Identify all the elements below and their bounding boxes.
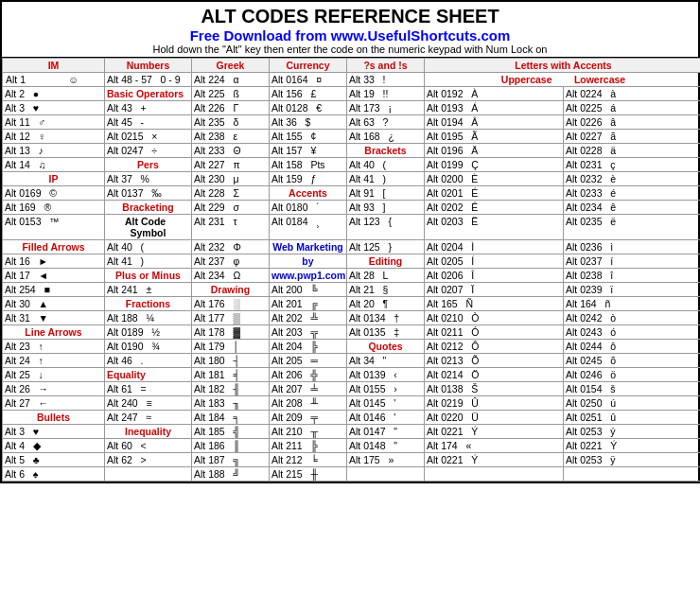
quote-r5: Alt 0146 ' — [347, 411, 425, 425]
lower-r6: Alt 0231 ç — [564, 158, 701, 172]
lower-r27 — [564, 467, 701, 482]
quote-r8: Alt 175 » — [347, 453, 425, 467]
qs-curl2: Alt 125 } — [347, 240, 425, 254]
greek-r3: Alt 226 Γ — [192, 101, 270, 115]
lower-r19: Alt 0245 õ — [564, 354, 701, 368]
quote-r7: Alt 0148 " — [347, 439, 425, 453]
larrow-r2: Alt 24 ↑ — [3, 354, 105, 368]
col-questions: ?s and !s — [347, 59, 425, 73]
upper-r14: Alt 0207 Ï — [425, 283, 564, 297]
num-r1: Alt 48 - 57 0 - 9 — [105, 73, 192, 87]
col-im: IM — [3, 59, 105, 73]
lower-r2: Alt 0225 á — [564, 101, 701, 115]
altcode-sym-hdr: Alt Code Symbol — [105, 215, 192, 240]
curr-r4: Alt 36 $ — [270, 115, 347, 130]
lower-r10: Alt 0235 ë — [564, 215, 701, 240]
ineq-r1: Alt 60 < — [105, 439, 192, 453]
upper-r15: Alt 165 Ñ — [425, 297, 564, 311]
accents-label: Accents — [270, 186, 347, 201]
upper-r1: Alt 0192 À — [425, 87, 564, 101]
upper-r6: Alt 0199 Ç — [425, 158, 564, 172]
letters-header-row: Uppercase Lowercase — [425, 73, 701, 87]
im-r6: Alt 13 ♪ — [3, 144, 105, 158]
upper-r17: Alt 0211 Ó — [425, 325, 564, 340]
col-numbers: Numbers — [105, 59, 192, 73]
greek-r8: Alt 230 μ — [192, 172, 270, 186]
lower-r7: Alt 0232 è — [564, 172, 701, 186]
eq-r2: Alt 240 ≡ — [105, 396, 192, 411]
greek-r13: Alt 237 φ — [192, 254, 270, 269]
draw-row11a: Alt 186 ║ — [192, 439, 270, 453]
qs-curl1: Alt 123 { — [347, 215, 425, 240]
upper-r21: Alt 0138 Š — [425, 382, 564, 396]
quote-r3: Alt 0155 › — [347, 382, 425, 396]
num-perm: Alt 0137 ‰ — [105, 186, 192, 201]
im-r1: Alt 1 ☺ — [3, 73, 105, 87]
farrow-r4: Alt 30 ▲ — [3, 297, 105, 311]
lower-r14: Alt 0239 ï — [564, 283, 701, 297]
quotes-label: Quotes — [347, 340, 425, 354]
upper-r23: Alt 0220 Ü — [425, 411, 564, 425]
draw-r13: Alt 212 ╘ — [270, 453, 347, 467]
subtitle: Free Download from www.UsefulShortcuts.c… — [4, 27, 696, 44]
im-r7: Alt 14 ♫ — [3, 158, 105, 172]
editing-r4: Alt 0134 † — [347, 311, 425, 325]
bullets-label: Bullets — [3, 411, 105, 425]
upper-r8: Alt 0201 É — [425, 186, 564, 201]
eq-r3: Alt 247 ≈ — [105, 411, 192, 425]
frac-r2: Alt 0189 ½ — [105, 325, 192, 340]
draw-r5: Alt 204 ╠ — [270, 340, 347, 354]
line-arrows-label: Line Arrows — [3, 325, 105, 340]
curr-r3: Alt 0128 € — [270, 101, 347, 115]
greek-r12: Alt 232 Φ — [192, 240, 270, 254]
page: ALT CODES REFERENCE SHEET Free Download … — [0, 0, 700, 483]
curr-r7: Alt 158 Pts — [270, 158, 347, 172]
upper-r16: Alt 0210 Ò — [425, 311, 564, 325]
instruction: Hold down the "Alt" key then enter the c… — [4, 44, 696, 55]
editing-r5: Alt 0135 ‡ — [347, 325, 425, 340]
draw-row1a: Alt 176 ░ — [192, 297, 270, 311]
draw-r12: Alt 211 ╠ — [270, 439, 347, 453]
curr-r1: Alt 0164 ¤ — [270, 73, 347, 87]
basic-ops-label: Basic Operators — [107, 88, 184, 99]
greek-r1: Alt 224 α — [192, 73, 270, 87]
lower-r25: Alt 0221 Ý — [564, 439, 701, 453]
pers-label: Pers — [105, 158, 192, 172]
frac-r1: Alt 188 ¼ — [105, 311, 192, 325]
num-r4: Alt 45 - — [105, 115, 192, 130]
num-r6: Alt 0247 ÷ — [105, 144, 192, 158]
upper-r5: Alt 0196 Ä — [425, 144, 564, 158]
draw-row2a: Alt 177 ▒ — [192, 311, 270, 325]
qs-r3: Alt 173 ¡ — [347, 101, 425, 115]
lower-r4: Alt 0227 ã — [564, 130, 701, 144]
greek-r2: Alt 225 ß — [192, 87, 270, 101]
draw-r4: Alt 203 ╦ — [270, 325, 347, 340]
qs-sq1: Alt 91 [ — [347, 186, 425, 201]
upper-r24: Alt 0221 Ý — [425, 425, 564, 439]
upper-r3: Alt 0194 Â — [425, 115, 564, 130]
reference-table: IM Numbers Greek Currency ?s and !s Lett… — [2, 58, 700, 482]
ip-r2: Alt 169 ® — [3, 201, 105, 215]
im-r2: Alt 2 ● — [3, 87, 105, 101]
upper-r19: Alt 0213 Õ — [425, 354, 564, 368]
draw-row13a: Alt 188 ╝ — [192, 467, 270, 482]
greek-r14: Alt 234 Ω — [192, 269, 270, 283]
frac-r3: Alt 0190 ¾ — [105, 340, 192, 354]
bracketing-label: Bracketing — [105, 201, 192, 215]
upper-r27 — [425, 467, 564, 482]
quote-r9 — [347, 467, 425, 482]
im-alt1-sym: ☺ — [67, 74, 102, 85]
lower-r22: Alt 0250 ú — [564, 396, 701, 411]
webmkt-url: www.pwp1.com — [270, 269, 347, 283]
greek-r7: Alt 227 π — [192, 158, 270, 172]
farrow-r3: Alt 254 ■ — [3, 283, 105, 297]
bullet-r4: Alt 6 ♠ — [3, 467, 105, 482]
bullet-r3: Alt 5 ♣ — [3, 453, 105, 467]
greek-r6: Alt 233 Θ — [192, 144, 270, 158]
curr-r5: Alt 155 ¢ — [270, 130, 347, 144]
draw-row5a: Alt 180 ┤ — [192, 354, 270, 368]
lower-r5: Alt 0228 ä — [564, 144, 701, 158]
lower-r3: Alt 0226 â — [564, 115, 701, 130]
curr-r2: Alt 156 £ — [270, 87, 347, 101]
inequality-label: Inequality — [105, 425, 192, 439]
